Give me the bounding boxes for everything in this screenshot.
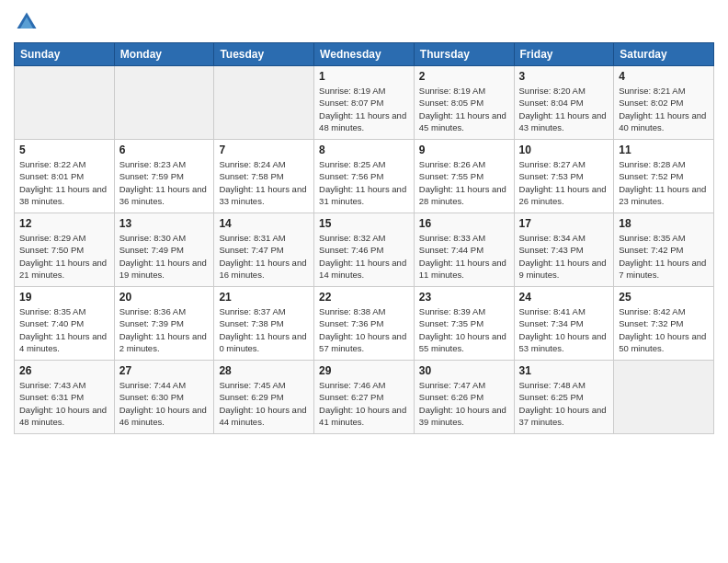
- day-info: Sunrise: 8:32 AM Sunset: 7:46 PM Dayligh…: [319, 232, 409, 281]
- calendar-cell: 10Sunrise: 8:27 AM Sunset: 7:53 PM Dayli…: [514, 140, 614, 213]
- day-number: 5: [19, 144, 109, 156]
- day-info: Sunrise: 8:19 AM Sunset: 8:07 PM Dayligh…: [319, 85, 409, 133]
- day-number: 28: [219, 364, 309, 377]
- header-thursday: Thursday: [414, 43, 514, 66]
- day-number: 26: [19, 364, 109, 377]
- day-number: 24: [519, 291, 609, 304]
- day-info: Sunrise: 8:25 AM Sunset: 7:56 PM Dayligh…: [319, 158, 409, 207]
- calendar-cell: 16Sunrise: 8:33 AM Sunset: 7:44 PM Dayli…: [414, 213, 514, 287]
- calendar-cell: 28Sunrise: 7:45 AM Sunset: 6:29 PM Dayli…: [214, 361, 314, 434]
- day-number: 18: [619, 217, 709, 230]
- calendar-cell: 14Sunrise: 8:31 AM Sunset: 7:47 PM Dayli…: [214, 213, 314, 287]
- day-number: 4: [619, 70, 709, 83]
- calendar-header: SundayMondayTuesdayWednesdayThursdayFrid…: [15, 43, 714, 66]
- day-info: Sunrise: 8:33 AM Sunset: 7:44 PM Dayligh…: [419, 232, 509, 281]
- header: [14, 9, 714, 35]
- day-info: Sunrise: 7:43 AM Sunset: 6:31 PM Dayligh…: [19, 379, 109, 428]
- day-number: 17: [519, 217, 609, 230]
- day-info: Sunrise: 8:22 AM Sunset: 8:01 PM Dayligh…: [19, 158, 109, 207]
- week-row-4: 26Sunrise: 7:43 AM Sunset: 6:31 PM Dayli…: [15, 361, 714, 434]
- day-info: Sunrise: 7:48 AM Sunset: 6:25 PM Dayligh…: [519, 379, 609, 428]
- header-sunday: Sunday: [15, 43, 115, 66]
- day-info: Sunrise: 8:38 AM Sunset: 7:36 PM Dayligh…: [319, 305, 409, 354]
- calendar-cell: 18Sunrise: 8:35 AM Sunset: 7:42 PM Dayli…: [614, 213, 714, 287]
- day-info: Sunrise: 8:42 AM Sunset: 7:32 PM Dayligh…: [619, 305, 709, 354]
- calendar-cell: 11Sunrise: 8:28 AM Sunset: 7:52 PM Dayli…: [614, 140, 714, 213]
- day-number: 6: [119, 144, 210, 156]
- day-number: 25: [619, 291, 709, 304]
- day-info: Sunrise: 7:47 AM Sunset: 6:26 PM Dayligh…: [419, 379, 509, 428]
- day-number: 14: [219, 217, 309, 230]
- calendar-cell: 25Sunrise: 8:42 AM Sunset: 7:32 PM Dayli…: [614, 287, 714, 361]
- calendar-cell: 9Sunrise: 8:26 AM Sunset: 7:55 PM Daylig…: [414, 140, 514, 213]
- calendar-cell: 1Sunrise: 8:19 AM Sunset: 8:07 PM Daylig…: [314, 66, 415, 140]
- calendar-body: 1Sunrise: 8:19 AM Sunset: 8:07 PM Daylig…: [15, 66, 714, 434]
- day-number: 16: [419, 217, 509, 230]
- calendar-cell: 7Sunrise: 8:24 AM Sunset: 7:58 PM Daylig…: [214, 140, 314, 213]
- header-row: SundayMondayTuesdayWednesdayThursdayFrid…: [15, 43, 714, 66]
- logo: [14, 9, 43, 35]
- calendar-cell: 12Sunrise: 8:29 AM Sunset: 7:50 PM Dayli…: [15, 213, 115, 287]
- calendar-cell: 21Sunrise: 8:37 AM Sunset: 7:38 PM Dayli…: [214, 287, 314, 361]
- header-tuesday: Tuesday: [214, 43, 314, 66]
- calendar-cell: [114, 66, 214, 140]
- calendar-cell: 30Sunrise: 7:47 AM Sunset: 6:26 PM Dayli…: [414, 361, 514, 434]
- calendar-cell: 13Sunrise: 8:30 AM Sunset: 7:49 PM Dayli…: [114, 213, 214, 287]
- day-info: Sunrise: 8:26 AM Sunset: 7:55 PM Dayligh…: [419, 158, 509, 207]
- day-number: 9: [419, 144, 509, 156]
- calendar-cell: [15, 66, 115, 140]
- day-info: Sunrise: 7:44 AM Sunset: 6:30 PM Dayligh…: [119, 379, 210, 428]
- day-info: Sunrise: 8:30 AM Sunset: 7:49 PM Dayligh…: [119, 232, 210, 281]
- header-monday: Monday: [114, 43, 214, 66]
- day-info: Sunrise: 8:23 AM Sunset: 7:59 PM Dayligh…: [119, 158, 210, 207]
- day-number: 22: [319, 291, 409, 304]
- calendar-cell: 20Sunrise: 8:36 AM Sunset: 7:39 PM Dayli…: [114, 287, 214, 361]
- header-friday: Friday: [514, 43, 614, 66]
- day-number: 13: [119, 217, 210, 230]
- page: SundayMondayTuesdayWednesdayThursdayFrid…: [0, 0, 728, 563]
- day-number: 23: [419, 291, 509, 304]
- day-number: 1: [319, 70, 409, 83]
- day-info: Sunrise: 8:31 AM Sunset: 7:47 PM Dayligh…: [219, 232, 309, 281]
- day-number: 10: [519, 144, 609, 156]
- day-number: 15: [319, 217, 409, 230]
- calendar-cell: 6Sunrise: 8:23 AM Sunset: 7:59 PM Daylig…: [114, 140, 214, 213]
- calendar-cell: 15Sunrise: 8:32 AM Sunset: 7:46 PM Dayli…: [314, 213, 415, 287]
- day-info: Sunrise: 8:41 AM Sunset: 7:34 PM Dayligh…: [519, 305, 609, 354]
- calendar-cell: 31Sunrise: 7:48 AM Sunset: 6:25 PM Dayli…: [514, 361, 614, 434]
- week-row-0: 1Sunrise: 8:19 AM Sunset: 8:07 PM Daylig…: [15, 66, 714, 140]
- day-number: 3: [519, 70, 609, 83]
- day-number: 30: [419, 364, 509, 377]
- header-saturday: Saturday: [614, 43, 714, 66]
- day-info: Sunrise: 8:27 AM Sunset: 7:53 PM Dayligh…: [519, 158, 609, 207]
- day-number: 21: [219, 291, 309, 304]
- calendar-cell: 17Sunrise: 8:34 AM Sunset: 7:43 PM Dayli…: [514, 213, 614, 287]
- day-info: Sunrise: 8:24 AM Sunset: 7:58 PM Dayligh…: [219, 158, 309, 207]
- day-info: Sunrise: 8:39 AM Sunset: 7:35 PM Dayligh…: [419, 305, 509, 354]
- day-info: Sunrise: 8:20 AM Sunset: 8:04 PM Dayligh…: [519, 85, 609, 133]
- day-number: 8: [319, 144, 409, 156]
- week-row-2: 12Sunrise: 8:29 AM Sunset: 7:50 PM Dayli…: [15, 213, 714, 287]
- day-info: Sunrise: 8:35 AM Sunset: 7:42 PM Dayligh…: [619, 232, 709, 281]
- day-info: Sunrise: 8:35 AM Sunset: 7:40 PM Dayligh…: [19, 305, 109, 354]
- day-info: Sunrise: 8:34 AM Sunset: 7:43 PM Dayligh…: [519, 232, 609, 281]
- day-number: 12: [19, 217, 109, 230]
- day-info: Sunrise: 7:46 AM Sunset: 6:27 PM Dayligh…: [319, 379, 409, 428]
- header-wednesday: Wednesday: [314, 43, 415, 66]
- calendar-cell: 23Sunrise: 8:39 AM Sunset: 7:35 PM Dayli…: [414, 287, 514, 361]
- day-info: Sunrise: 8:37 AM Sunset: 7:38 PM Dayligh…: [219, 305, 309, 354]
- day-number: 31: [519, 364, 609, 377]
- calendar-cell: 29Sunrise: 7:46 AM Sunset: 6:27 PM Dayli…: [314, 361, 415, 434]
- day-number: 27: [119, 364, 210, 377]
- calendar-table: SundayMondayTuesdayWednesdayThursdayFrid…: [14, 42, 714, 434]
- day-number: 19: [19, 291, 109, 304]
- calendar-cell: [214, 66, 314, 140]
- day-info: Sunrise: 8:36 AM Sunset: 7:39 PM Dayligh…: [119, 305, 210, 354]
- day-number: 7: [219, 144, 309, 156]
- calendar-cell: 19Sunrise: 8:35 AM Sunset: 7:40 PM Dayli…: [15, 287, 115, 361]
- day-number: 29: [319, 364, 409, 377]
- day-info: Sunrise: 7:45 AM Sunset: 6:29 PM Dayligh…: [219, 379, 309, 428]
- calendar-cell: 3Sunrise: 8:20 AM Sunset: 8:04 PM Daylig…: [514, 66, 614, 140]
- calendar-cell: 27Sunrise: 7:44 AM Sunset: 6:30 PM Dayli…: [114, 361, 214, 434]
- day-info: Sunrise: 8:21 AM Sunset: 8:02 PM Dayligh…: [619, 85, 709, 133]
